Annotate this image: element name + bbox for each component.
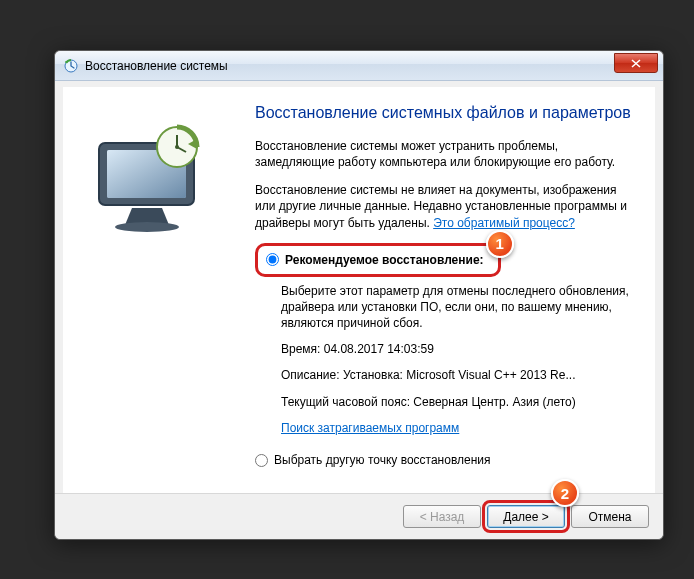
restore-icon (63, 58, 79, 74)
radio-choose-other-label: Выбрать другую точку восстановления (274, 453, 491, 467)
close-button[interactable] (614, 53, 658, 73)
recommended-description: Выберите этот параметр для отмены послед… (281, 283, 637, 332)
restore-description: Описание: Установка: Microsoft Visual C+… (281, 367, 637, 383)
system-restore-dialog: Восстановление системы (54, 50, 664, 540)
back-button: < Назад (403, 505, 481, 528)
radio-recommended[interactable]: Рекомендуемое восстановление: (266, 250, 484, 270)
annotation-highlight-1: Рекомендуемое восстановление: 1 (255, 243, 501, 277)
button-bar: < Назад Далее > 2 Отмена (55, 493, 663, 539)
page-heading: Восстановление системных файлов и параме… (255, 103, 637, 124)
radio-choose-other-input[interactable] (255, 454, 268, 467)
intro-paragraph-2: Восстановление системы не влияет на доку… (255, 182, 637, 231)
radio-choose-other[interactable]: Выбрать другую точку восстановления (255, 450, 637, 470)
annotation-badge-1: 1 (486, 230, 514, 258)
recommended-details: Выберите этот параметр для отмены послед… (281, 283, 637, 436)
restore-graphic (77, 113, 227, 243)
close-icon (631, 59, 641, 68)
affected-programs-link[interactable]: Поиск затрагиваемых программ (281, 421, 459, 435)
radio-recommended-input[interactable] (266, 253, 279, 266)
content-area: Восстановление системных файлов и параме… (63, 87, 655, 493)
reversible-link[interactable]: Это обратимый процесс? (433, 216, 575, 230)
cancel-button[interactable]: Отмена (571, 505, 649, 528)
window-title: Восстановление системы (85, 59, 228, 73)
restore-time: Время: 04.08.2017 14:03:59 (281, 341, 637, 357)
next-button[interactable]: Далее > (487, 505, 565, 528)
options-block: Рекомендуемое восстановление: 1 Выберите… (255, 243, 637, 470)
titlebar[interactable]: Восстановление системы (55, 51, 663, 81)
svg-point-4 (115, 222, 179, 232)
restore-timezone: Текущий часовой пояс: Северная Центр. Аз… (281, 394, 637, 410)
intro-paragraph-1: Восстановление системы может устранить п… (255, 138, 637, 170)
radio-recommended-label: Рекомендуемое восстановление: (285, 253, 484, 267)
right-pane: Восстановление системных файлов и параме… (245, 103, 637, 485)
left-pane (77, 103, 245, 485)
